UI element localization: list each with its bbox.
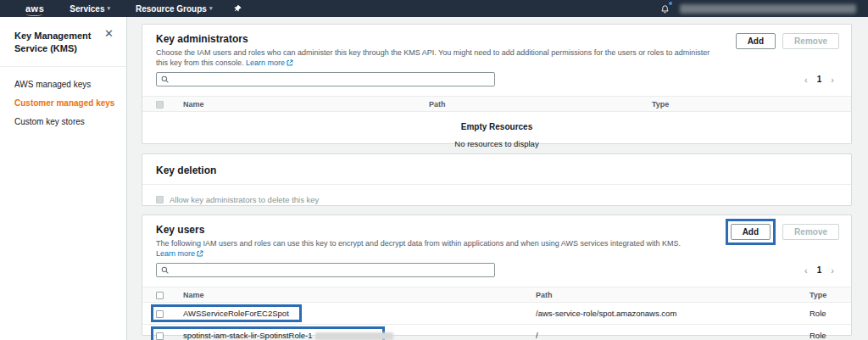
table-header: Name Path Type bbox=[142, 96, 851, 112]
remove-button[interactable]: Remove bbox=[782, 33, 839, 49]
prev-page-icon[interactable]: ‹ bbox=[804, 75, 808, 85]
learn-more-link[interactable]: Learn more bbox=[156, 249, 203, 258]
sidebar-item-customer-managed-keys[interactable]: Customer managed keys bbox=[14, 98, 126, 108]
search-input[interactable] bbox=[172, 75, 490, 84]
aws-smile-icon bbox=[26, 13, 42, 16]
top-navbar: aws Services ▾ Resource Groups ▾ bbox=[0, 0, 868, 17]
learn-more-label: Learn more bbox=[246, 59, 285, 67]
redacted-name-suffix bbox=[315, 332, 393, 340]
table-row[interactable]: spotinst-iam-stack-lir-SpotinstRole-1 / … bbox=[142, 325, 851, 340]
close-icon[interactable]: ✕ bbox=[104, 28, 114, 39]
account-info-redacted[interactable] bbox=[680, 4, 856, 14]
external-link-icon bbox=[287, 59, 293, 66]
table-row[interactable]: AWSServiceRoleForEC2Spot /aws-service-ro… bbox=[142, 303, 851, 325]
next-page-icon[interactable]: › bbox=[831, 265, 834, 276]
chevron-down-icon: ▾ bbox=[209, 5, 213, 12]
add-button[interactable]: Add bbox=[736, 33, 776, 49]
learn-more-link[interactable]: Learn more bbox=[246, 59, 293, 67]
key-users-card: Key users The following IAM users and ro… bbox=[142, 215, 852, 336]
row-checkbox[interactable] bbox=[156, 310, 164, 318]
table-header: Name Path Type bbox=[142, 287, 851, 303]
empty-state-message: No resources to display bbox=[142, 139, 851, 148]
external-link-icon bbox=[197, 250, 203, 257]
column-path: Path bbox=[429, 100, 652, 109]
key-administrators-description-text: Choose the IAM users and roles who can a… bbox=[156, 48, 709, 67]
column-name: Name bbox=[183, 291, 536, 299]
empty-state: Empty Resources No resources to display bbox=[142, 112, 851, 148]
remove-button[interactable]: Remove bbox=[782, 224, 839, 240]
sidebar-item-aws-managed-keys[interactable]: AWS managed keys bbox=[14, 80, 126, 89]
column-type: Type bbox=[652, 100, 851, 109]
user-name-text: spotinst-iam-stack-lir-SpotinstRole-1 bbox=[183, 331, 313, 340]
pagination: ‹ 1 › bbox=[804, 265, 834, 276]
pin-icon[interactable] bbox=[234, 4, 242, 13]
column-type: Type bbox=[810, 291, 851, 299]
search-icon bbox=[161, 75, 169, 83]
nav-services-label: Services bbox=[70, 4, 104, 14]
pagination: ‹ 1 › bbox=[804, 75, 834, 85]
select-all-checkbox[interactable] bbox=[156, 101, 164, 109]
search-input[interactable] bbox=[172, 265, 490, 275]
key-administrators-description: Choose the IAM users and roles who can a… bbox=[156, 48, 722, 68]
page-number[interactable]: 1 bbox=[817, 265, 822, 275]
allow-deletion-label: Allow key administrators to delete this … bbox=[170, 195, 319, 204]
kms-sidebar: Key Management Service (KMS) ✕ AWS manag… bbox=[0, 17, 127, 340]
user-path: / bbox=[536, 331, 810, 340]
nav-resource-groups-label: Resource Groups bbox=[136, 4, 207, 14]
page-number[interactable]: 1 bbox=[817, 75, 822, 84]
empty-state-title: Empty Resources bbox=[142, 122, 851, 131]
key-users-description: The following IAM users and roles can us… bbox=[156, 239, 717, 259]
user-path: /aws-service-role/spot.amazonaws.com bbox=[536, 309, 810, 318]
row-checkbox[interactable] bbox=[156, 332, 164, 340]
next-page-icon[interactable]: › bbox=[831, 75, 834, 85]
column-path: Path bbox=[536, 291, 810, 299]
key-administrators-card: Key administrators Choose the IAM users … bbox=[142, 24, 852, 144]
user-name: spotinst-iam-stack-lir-SpotinstRole-1 bbox=[183, 331, 536, 340]
allow-deletion-checkbox[interactable] bbox=[156, 196, 164, 203]
navbar-right bbox=[660, 3, 856, 14]
prev-page-icon[interactable]: ‹ bbox=[804, 265, 808, 276]
annotation-highlight-add: Add bbox=[726, 219, 776, 245]
key-users-description-text: The following IAM users and roles can us… bbox=[156, 239, 681, 248]
aws-logo-text: aws bbox=[25, 3, 44, 14]
key-administrators-title: Key administrators bbox=[156, 33, 722, 45]
search-box[interactable] bbox=[156, 263, 495, 277]
notification-dot bbox=[669, 2, 672, 5]
aws-logo[interactable]: aws bbox=[25, 4, 44, 14]
nav-resource-groups[interactable]: Resource Groups ▾ bbox=[136, 4, 212, 14]
select-all-checkbox[interactable] bbox=[156, 292, 164, 299]
sidebar-item-custom-key-stores[interactable]: Custom key stores bbox=[14, 117, 126, 126]
key-deletion-card: Key deletion Allow key administrators to… bbox=[142, 153, 852, 206]
search-icon bbox=[161, 266, 169, 274]
nav-services[interactable]: Services ▾ bbox=[70, 4, 110, 14]
key-users-title: Key users bbox=[156, 224, 717, 236]
chevron-down-icon: ▾ bbox=[107, 5, 110, 12]
search-box[interactable] bbox=[156, 72, 495, 86]
column-name: Name bbox=[183, 100, 429, 109]
key-deletion-title: Key deletion bbox=[156, 164, 216, 176]
notifications-bell-icon[interactable] bbox=[660, 3, 670, 14]
learn-more-label: Learn more bbox=[156, 249, 195, 258]
user-name: AWSServiceRoleForEC2Spot bbox=[183, 309, 536, 318]
add-button[interactable]: Add bbox=[731, 224, 771, 240]
user-type: Role bbox=[810, 331, 851, 340]
user-type: Role bbox=[810, 309, 851, 318]
main-content: Key administrators Choose the IAM users … bbox=[128, 17, 868, 340]
sidebar-title: Key Management Service (KMS) bbox=[14, 30, 101, 55]
